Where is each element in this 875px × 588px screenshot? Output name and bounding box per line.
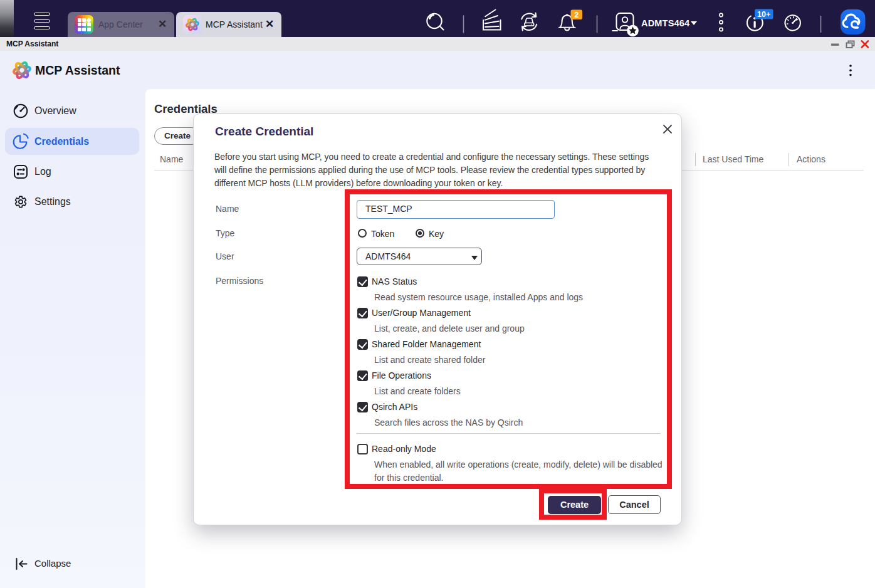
svg-text:2: 2 (574, 11, 579, 19)
svg-text:10+: 10+ (757, 10, 770, 19)
